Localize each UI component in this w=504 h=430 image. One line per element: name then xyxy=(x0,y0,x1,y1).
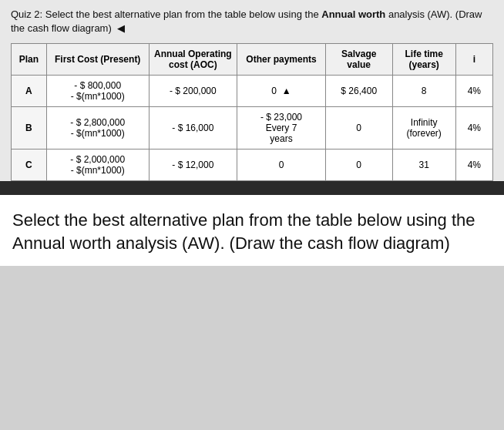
dark-bar xyxy=(0,181,504,195)
bottom-text: Select the best alternative plan from th… xyxy=(12,209,492,254)
i-a: 4% xyxy=(455,76,492,107)
other-b: - $ 23,000 Every 7 years xyxy=(237,107,326,149)
header-lifetime: Life time (years) xyxy=(392,44,455,76)
salvage-c: 0 xyxy=(325,149,392,181)
table-row: C - $ 2,000,000 - $(mn*1000) - $ 12,000 … xyxy=(12,149,493,181)
bottom-section: Select the best alternative plan from th… xyxy=(0,195,504,265)
table-row: A - $ 800,000 - $(mn*1000) - $ 200,000 0… xyxy=(12,76,493,107)
i-c: 4% xyxy=(455,149,492,181)
first-cost-b: - $ 2,800,000 - $(mn*1000) xyxy=(46,107,149,149)
quiz-title: Quiz 2: Select the best alternative plan… xyxy=(11,8,493,35)
lifetime-a: 8 xyxy=(392,76,455,107)
plan-a: A xyxy=(12,76,47,107)
data-table: Plan First Cost (Present) Annual Operati… xyxy=(11,43,493,181)
first-cost-a: - $ 800,000 - $(mn*1000) xyxy=(46,76,149,107)
header-other: Other payments xyxy=(237,44,326,76)
plan-b: B xyxy=(12,107,47,149)
lifetime-b: Infinity (forever) xyxy=(392,107,455,149)
plan-c: C xyxy=(12,149,47,181)
header-salvage: Salvage value xyxy=(325,44,392,76)
header-aoc: Annual Operating cost (AOC) xyxy=(149,44,237,76)
table-row: B - $ 2,800,000 - $(mn*1000) - $ 16,000 … xyxy=(12,107,493,149)
top-section: Quiz 2: Select the best alternative plan… xyxy=(0,0,504,181)
aoc-b: - $ 16,000 xyxy=(149,107,237,149)
aoc-c: - $ 12,000 xyxy=(149,149,237,181)
header-i: i xyxy=(455,44,492,76)
salvage-a: $ 26,400 xyxy=(325,76,392,107)
header-first-cost: First Cost (Present) xyxy=(46,44,149,76)
other-c: 0 xyxy=(237,149,326,181)
other-a: 0 ▲ xyxy=(237,76,326,107)
header-plan: Plan xyxy=(12,44,47,76)
aoc-a: - $ 200,000 xyxy=(149,76,237,107)
salvage-b: 0 xyxy=(325,107,392,149)
lifetime-c: 31 xyxy=(392,149,455,181)
i-b: 4% xyxy=(455,107,492,149)
first-cost-c: - $ 2,000,000 - $(mn*1000) xyxy=(46,149,149,181)
